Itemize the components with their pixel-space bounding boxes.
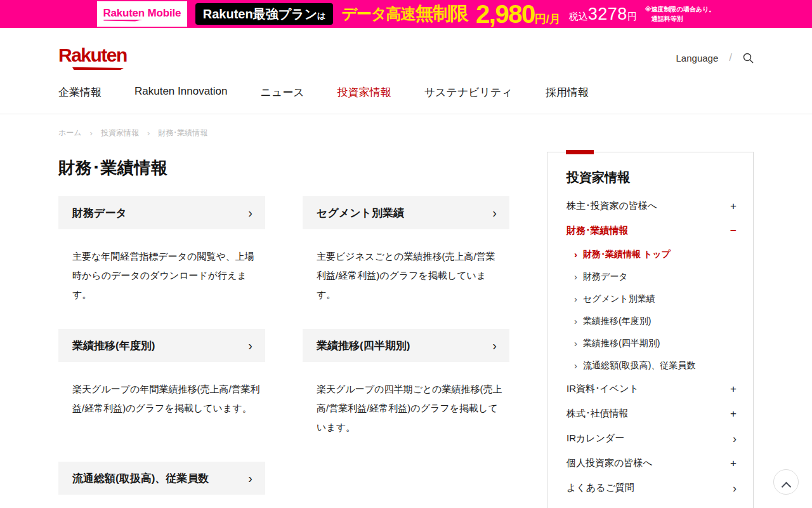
nav-sustainability[interactable]: サステナビリティ — [424, 85, 513, 100]
headline-strong: 無制限 — [416, 1, 468, 27]
search-button[interactable] — [743, 53, 754, 64]
banner-tax: 税込 3278 円 — [569, 6, 637, 23]
sidebar-subitem-quarterly[interactable]: › 業績推移(四半期別) — [566, 332, 737, 354]
sidebar-item-ir-calendar[interactable]: IRカレンダー › — [566, 426, 737, 451]
breadcrumb-home[interactable]: ホーム — [58, 128, 82, 138]
chevron-right-icon: › — [574, 338, 577, 348]
banner-disclaimer: ※速度制限の場合あり。 通話料等別 — [645, 4, 715, 23]
tax-suffix: 円 — [627, 11, 637, 23]
chevron-right-icon: › — [574, 316, 577, 326]
card-description: 主要ビジネスごとの業績推移(売上高/営業利益/経常利益)のグラフを掲載しています… — [317, 247, 504, 304]
nav-corporate[interactable]: 企業情報 — [58, 85, 102, 100]
plus-icon: + — [730, 384, 737, 394]
price-amount: 2,980 — [476, 1, 535, 27]
plan-label-box: Rakuten最強プラン は — [195, 3, 334, 25]
sidebar-item-ir-materials[interactable]: IR資料･イベント + — [566, 377, 737, 401]
sidebar-item-label: 株式･社債情報 — [566, 408, 629, 420]
card-gms-employees: 流通総額(取扱高)、従業員数 › — [58, 462, 265, 495]
logo-swoosh-icon — [103, 20, 143, 22]
card-gms-employees-link[interactable]: 流通総額(取扱高)、従業員数 › — [58, 462, 265, 495]
chevron-right-icon: › — [248, 206, 252, 219]
card-grid: 財務データ › 主要な年間経営指標データの閲覧や、上場時からのデータのダウンロー… — [58, 196, 509, 495]
plus-icon: + — [730, 408, 737, 419]
sidebar-item-ir-contact[interactable]: IRに関するお問い合わせ › — [566, 500, 737, 508]
sidebar-item-label: 株主･投資家の皆様へ — [566, 200, 657, 212]
breadcrumb-investors[interactable]: 投資家情報 — [101, 128, 139, 138]
disclaimer-line1: ※速度制限の場合あり。 — [645, 4, 715, 14]
sidebar-item-label: IRカレンダー — [566, 432, 624, 444]
investor-sidebar: 投資家情報 株主･投資家の皆様へ + 財務･業績情報 − › 財務･業績情報 ト… — [547, 152, 754, 508]
sidebar-subitem-segment[interactable]: › セグメント別業績 — [566, 288, 737, 310]
sidebar-title: 投資家情報 — [566, 169, 737, 186]
plan-label: Rakuten最強プラン — [203, 6, 317, 23]
minus-icon: − — [730, 225, 737, 236]
chevron-right-icon: › — [733, 433, 737, 444]
sidebar-item-label: 財務･業績情報 — [566, 225, 629, 237]
language-button[interactable]: Language — [676, 53, 719, 64]
scroll-to-top-button[interactable] — [773, 469, 799, 495]
sidebar-subitem-label: 財務データ — [583, 271, 628, 283]
rakuten-mobile-logo-box: Rakuten Mobile — [97, 1, 187, 27]
banner-price: 2,980 円/月 — [476, 1, 561, 27]
rakuten-logo[interactable]: Rakuten — [58, 46, 127, 70]
sidebar-subitem-label: 財務･業績情報 トップ — [583, 249, 671, 260]
card-description: 楽天グループの年間業績推移(売上高/営業利益/経常利益)のグラフを掲載しています… — [72, 380, 260, 418]
sidebar-item-faq[interactable]: よくあるご質問 › — [566, 476, 737, 500]
sidebar-subitem-financial-data[interactable]: › 財務データ — [566, 265, 737, 288]
sidebar-item-label: よくあるご質問 — [566, 482, 634, 494]
sidebar-item-label: 個人投資家の皆様へ — [566, 457, 653, 469]
chevron-right-icon: › — [492, 206, 497, 219]
disclaimer-line2: 通話料等別 — [645, 14, 715, 23]
tax-amount: 3278 — [588, 6, 627, 23]
sidebar-subitem-gms-employees[interactable]: › 流通総額(取扱高)、従業員数 — [566, 354, 737, 377]
card-title: 財務データ — [72, 206, 127, 220]
card-annual-results-link[interactable]: 業績推移(年度別) › — [58, 329, 265, 362]
chevron-right-icon: › — [574, 294, 577, 304]
site-header: Rakuten Language / 企業情報 Rakuten Innovati… — [0, 28, 812, 114]
chevron-right-icon: › — [248, 339, 252, 352]
rakuten-mobile-logo: Rakuten Mobile — [103, 7, 181, 22]
card-segment-results: セグメント別業績 › 主要ビジネスごとの業績推移(売上高/営業利益/経常利益)の… — [303, 196, 509, 304]
card-financial-data-link[interactable]: 財務データ › — [58, 196, 265, 229]
sidebar-subitem-label: 業績推移(年度別) — [583, 316, 651, 327]
chevron-up-icon — [781, 481, 791, 491]
breadcrumb-separator-icon: › — [147, 128, 150, 138]
card-description: 主要な年間経営指標データの閲覧や、上場時からのデータのダウンロードが行えます。 — [72, 247, 260, 304]
sidebar-subitem-annual[interactable]: › 業績推移(年度別) — [566, 310, 737, 332]
nav-news[interactable]: ニュース — [261, 85, 304, 100]
card-quarterly-results: 業績推移(四半期別) › 楽天グループの四半期ごとの業績推移(売上高/営業利益/… — [303, 329, 509, 437]
sidebar-subitem-financial-top[interactable]: › 財務･業績情報 トップ — [566, 243, 737, 265]
nav-investors[interactable]: 投資家情報 — [337, 85, 391, 100]
plus-icon: + — [730, 458, 737, 469]
card-title: 業績推移(四半期別) — [317, 338, 410, 353]
sidebar-subitem-label: 業績推移(四半期別) — [583, 338, 660, 349]
page-title: 財務･業績情報 — [58, 157, 509, 179]
card-title: セグメント別業績 — [317, 206, 404, 220]
sidebar-item-shareholders[interactable]: 株主･投資家の皆様へ + — [566, 194, 737, 218]
chevron-right-icon: › — [733, 483, 737, 494]
card-description: 楽天グループの四半期ごとの業績推移(売上高/営業利益/経常利益)のグラフを掲載し… — [317, 380, 504, 437]
chevron-right-icon: › — [574, 250, 577, 259]
sidebar-item-financial-info[interactable]: 財務･業績情報 − — [566, 218, 737, 243]
card-quarterly-results-link[interactable]: 業績推移(四半期別) › — [303, 329, 509, 362]
chevron-right-icon: › — [492, 339, 497, 352]
price-unit: 円/月 — [535, 11, 561, 27]
card-title: 業績推移(年度別) — [72, 338, 155, 353]
nav-careers[interactable]: 採用情報 — [546, 85, 589, 100]
sidebar-item-label: IR資料･イベント — [566, 383, 639, 395]
breadcrumb: ホーム › 投資家情報 › 財務･業績情報 — [58, 128, 754, 138]
card-title: 流通総額(取扱高)、従業員数 — [72, 471, 209, 486]
tax-prefix: 税込 — [569, 11, 588, 23]
sidebar-item-individual-investors[interactable]: 個人投資家の皆様へ + — [566, 451, 737, 476]
card-financial-data: 財務データ › 主要な年間経営指標データの閲覧や、上場時からのデータのダウンロー… — [58, 196, 265, 304]
chevron-right-icon: › — [574, 272, 577, 281]
sidebar-item-stock-bond[interactable]: 株式･社債情報 + — [566, 401, 737, 426]
sidebar-subitem-label: 流通総額(取扱高)、従業員数 — [583, 360, 695, 371]
main-nav: 企業情報 Rakuten Innovation ニュース 投資家情報 サステナビ… — [58, 85, 754, 114]
headline-lead: データ高速 — [341, 4, 415, 24]
card-segment-results-link[interactable]: セグメント別業績 › — [303, 196, 509, 229]
promo-banner[interactable]: Rakuten Mobile Rakuten最強プラン は データ高速 無制限 … — [0, 0, 812, 28]
promo-banner-link[interactable]: Rakuten Mobile Rakuten最強プラン は データ高速 無制限 … — [97, 1, 715, 27]
breadcrumb-current: 財務･業績情報 — [158, 128, 207, 138]
nav-rakuten-innovation[interactable]: Rakuten Innovation — [134, 85, 228, 100]
